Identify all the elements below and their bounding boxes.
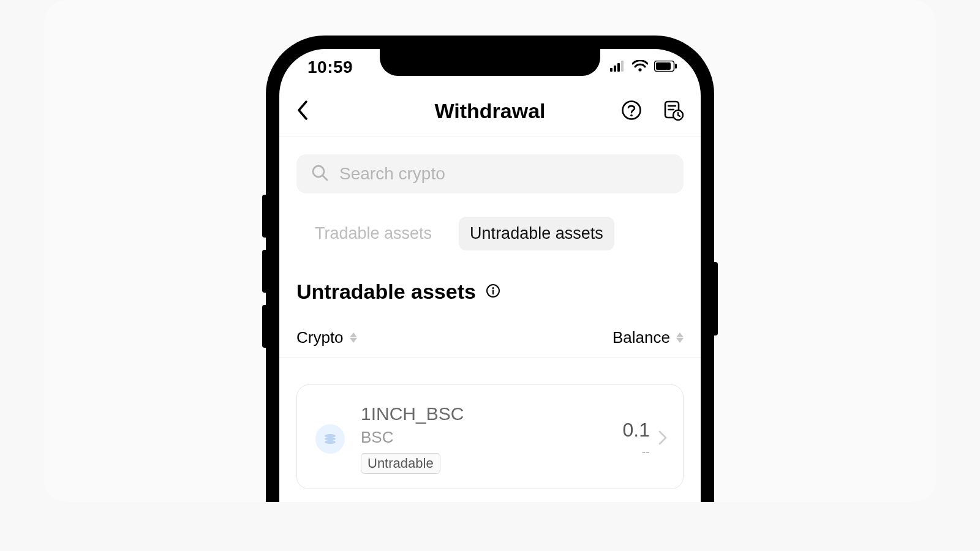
coin-info: 1INCH_BSC BSC Untradable xyxy=(361,403,607,474)
svg-rect-2 xyxy=(617,63,620,72)
sort-icon xyxy=(350,332,357,343)
svg-rect-0 xyxy=(610,68,612,72)
column-label: Crypto xyxy=(296,328,344,347)
tab-tradable-assets[interactable]: Tradable assets xyxy=(304,217,443,250)
svg-rect-3 xyxy=(621,61,624,72)
cellular-icon xyxy=(610,61,626,74)
section-header: Untradable assets xyxy=(279,250,701,304)
tab-label: Untradable assets xyxy=(470,224,603,242)
column-headers: Crypto Balance xyxy=(279,304,701,358)
search-bar[interactable] xyxy=(296,154,684,193)
help-icon[interactable] xyxy=(621,100,642,123)
phone-screen: 10:59 xyxy=(279,49,701,502)
phone-notch xyxy=(380,49,600,76)
status-time: 10:59 xyxy=(307,58,353,77)
wifi-icon xyxy=(632,60,648,75)
section-title: Untradable assets xyxy=(296,280,476,304)
balance-block: 0.1 -- xyxy=(623,419,667,459)
info-icon[interactable] xyxy=(486,283,500,301)
tab-untradable-assets[interactable]: Untradable assets xyxy=(459,217,614,250)
search-icon xyxy=(311,164,328,184)
untradable-tag: Untradable xyxy=(361,453,440,474)
back-button[interactable] xyxy=(296,100,309,122)
battery-icon xyxy=(654,61,677,74)
balance-amount: 0.1 xyxy=(623,419,650,441)
svg-point-9 xyxy=(630,114,633,116)
history-icon[interactable] xyxy=(663,100,684,123)
status-indicators xyxy=(610,60,677,75)
coin-icon xyxy=(315,424,345,454)
column-balance[interactable]: Balance xyxy=(612,328,684,347)
svg-rect-6 xyxy=(656,62,671,70)
balance-fiat: -- xyxy=(623,445,650,459)
svg-rect-7 xyxy=(675,64,677,69)
asset-row[interactable]: 1INCH_BSC BSC Untradable 0.1 -- xyxy=(296,384,684,489)
svg-point-21 xyxy=(325,440,336,444)
phone-frame: 10:59 xyxy=(266,36,714,502)
chevron-right-icon xyxy=(658,430,667,448)
svg-line-15 xyxy=(323,176,327,180)
svg-rect-1 xyxy=(614,66,616,72)
column-crypto[interactable]: Crypto xyxy=(296,328,357,347)
coin-symbol: 1INCH_BSC xyxy=(361,403,607,424)
search-input[interactable] xyxy=(339,164,669,184)
svg-point-4 xyxy=(638,68,641,71)
nav-header: Withdrawal xyxy=(279,86,701,137)
app-stage: 10:59 xyxy=(44,0,936,502)
tab-label: Tradable assets xyxy=(315,224,432,242)
sort-icon xyxy=(676,332,684,343)
coin-network: BSC xyxy=(361,428,607,447)
asset-tabs: Tradable assets Untradable assets xyxy=(279,193,701,250)
svg-point-17 xyxy=(492,287,494,289)
column-label: Balance xyxy=(612,328,670,347)
